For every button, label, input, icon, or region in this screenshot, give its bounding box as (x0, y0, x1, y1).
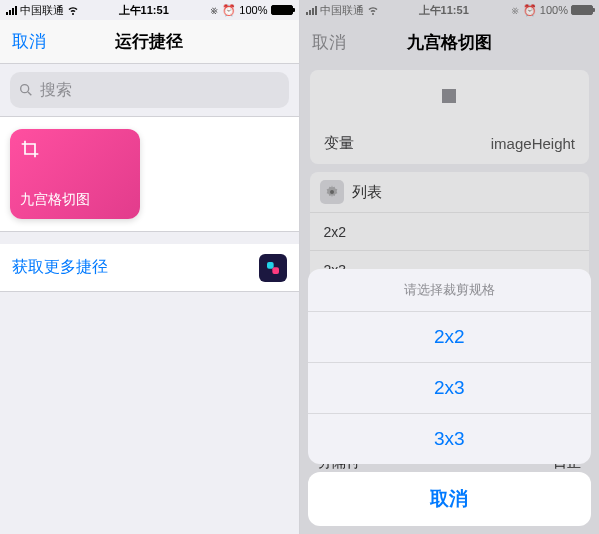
carrier-label: 中国联通 (20, 3, 64, 18)
svg-line-1 (28, 92, 31, 95)
alarm-icon: ⏰ (222, 4, 236, 17)
get-more-label: 获取更多捷径 (12, 257, 108, 278)
sheet-option[interactable]: 2x3 (308, 363, 592, 414)
svg-point-0 (21, 85, 29, 93)
image-preview (310, 70, 590, 122)
signal-icon (306, 6, 317, 15)
gear-icon (320, 180, 344, 204)
sheet-cancel-button[interactable]: 取消 (308, 472, 592, 526)
search-icon (18, 82, 34, 98)
wifi-icon (367, 4, 379, 16)
list-item[interactable]: 2x2 (310, 212, 590, 250)
svg-rect-2 (267, 262, 274, 269)
action-sheet: 请选择裁剪规格 2x2 2x3 3x3 取消 (308, 269, 592, 526)
status-bar: 中国联通 上午11:51 ⨳ ⏰ 100% (0, 0, 299, 20)
nav-bar: 取消 运行捷径 (0, 20, 299, 64)
search-placeholder: 搜索 (40, 80, 72, 101)
crop-icon (20, 139, 40, 159)
variable-label: 变量 (324, 134, 354, 153)
shortcut-card-label: 九宫格切图 (20, 191, 130, 209)
cancel-button[interactable]: 取消 (312, 31, 346, 54)
signal-icon (6, 6, 17, 15)
list-header: 列表 (352, 183, 382, 202)
carrier-label: 中国联通 (320, 3, 364, 18)
shortcuts-app-icon (259, 254, 287, 282)
wifi-icon (67, 4, 79, 16)
alarm-icon: ⏰ (523, 4, 537, 17)
sheet-option[interactable]: 3x3 (308, 414, 592, 464)
battery-icon (271, 5, 293, 15)
status-time: 上午11:51 (419, 3, 469, 18)
variable-row[interactable]: 变量 imageHeight (310, 122, 590, 164)
shortcut-card[interactable]: 九宫格切图 (10, 129, 140, 219)
get-more-row[interactable]: 获取更多捷径 (0, 244, 299, 292)
sheet-title: 请选择裁剪规格 (308, 269, 592, 312)
nav-bar: 取消 九宫格切图 (300, 20, 600, 64)
search-input[interactable]: 搜索 (10, 72, 289, 108)
battery-percent: 100% (540, 4, 568, 16)
svg-rect-3 (272, 267, 279, 274)
cancel-button[interactable]: 取消 (12, 30, 46, 53)
battery-percent: 100% (239, 4, 267, 16)
status-bar: 中国联通 上午11:51 ⨳ ⏰ 100% (300, 0, 600, 20)
sheet-option[interactable]: 2x2 (308, 312, 592, 363)
status-time: 上午11:51 (119, 3, 169, 18)
lock-icon: ⨳ (208, 4, 219, 16)
square-icon (442, 89, 456, 103)
battery-icon (571, 5, 593, 15)
variable-value: imageHeight (491, 135, 575, 152)
lock-icon: ⨳ (509, 4, 520, 16)
